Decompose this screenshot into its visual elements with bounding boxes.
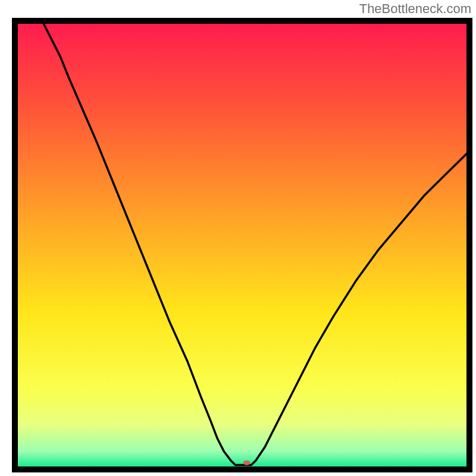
bottleneck-chart: TheBottleneck.com	[0, 0, 476, 476]
optimal-point-marker	[243, 461, 250, 465]
plot-background	[15, 21, 469, 469]
chart-svg	[0, 0, 476, 476]
watermark-text: TheBottleneck.com	[359, 1, 471, 17]
